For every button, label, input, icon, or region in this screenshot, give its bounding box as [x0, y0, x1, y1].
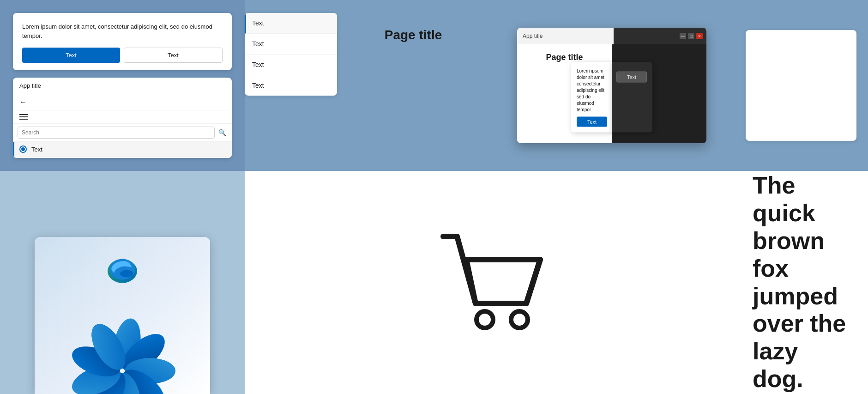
cell-top-right	[734, 0, 868, 171]
svg-point-14	[511, 311, 528, 328]
window-page-title: Page title	[546, 53, 583, 62]
hamburger-icon	[19, 114, 28, 120]
cell-top-left: Lorem ipsum dolor sit amet, consectetur …	[0, 0, 245, 171]
list-item-1[interactable]: Text	[245, 34, 337, 55]
nav-radio-active	[19, 145, 27, 153]
mini-primary-btn[interactable]: Text	[577, 117, 607, 127]
list-item-label-0: Text	[252, 19, 264, 27]
minimize-button[interactable]: —	[680, 33, 686, 39]
nav-item-label-0: Text	[31, 146, 42, 153]
split-dialog-overlay: Lorem ipsum dolor sit amet, consectetur …	[571, 62, 652, 133]
cell-bottom-right: The quick brown fox jumped over the lazy…	[734, 171, 868, 394]
dialog-buttons: Text Text	[22, 48, 223, 63]
shopping-cart-icon	[429, 223, 549, 343]
search-input[interactable]	[18, 127, 215, 139]
list-item-label-1: Text	[252, 40, 264, 48]
mini-dialog-dark: Text	[612, 62, 652, 133]
dialog-secondary-button[interactable]: Text	[124, 48, 223, 63]
page-content-area: Page title	[337, 0, 489, 171]
list-panel: Text Text Text Text	[245, 13, 337, 96]
cell-bottom-center	[245, 171, 734, 394]
cell-bottom-left	[0, 171, 245, 394]
list-item-3[interactable]: Text	[245, 75, 337, 96]
windows11-flower	[53, 306, 192, 394]
svg-point-2	[120, 270, 133, 278]
edge-icon	[104, 251, 141, 288]
titlebar-light: App title	[517, 28, 614, 44]
svg-point-13	[476, 311, 493, 328]
maximize-button[interactable]: □	[688, 33, 694, 39]
nav-panel: App title ← 🔍 Text Text	[13, 78, 232, 158]
page-title: Page title	[385, 28, 442, 42]
app-window: App title — □ × Page title	[517, 28, 706, 143]
big-text: The quick brown fox jumped over the lazy…	[753, 172, 850, 393]
dialog-box: Lorem ipsum dolor sit amet, consectetur …	[13, 13, 232, 70]
nav-back-row[interactable]: ←	[13, 94, 232, 110]
titlebar-dark: — □ ×	[614, 28, 706, 44]
mini-secondary-btn[interactable]: Text	[616, 72, 647, 83]
list-item-label-3: Text	[252, 82, 264, 89]
win11-screenshot	[35, 237, 210, 394]
mini-dialog-light: Lorem ipsum dolor sit amet, consectetur …	[571, 62, 612, 133]
dialog-text: Lorem ipsum dolor sit amet, consectetur …	[22, 22, 223, 40]
close-button[interactable]: ×	[696, 33, 703, 39]
nav-item-0[interactable]: Text	[13, 142, 232, 157]
cell-top-center-right: App title — □ × Page title	[489, 0, 734, 171]
nav-hamburger-row[interactable]	[13, 110, 232, 124]
nav-app-title: App title	[13, 78, 232, 94]
list-item-0[interactable]: Text	[245, 13, 337, 34]
back-arrow-icon: ←	[19, 98, 27, 106]
dialog-primary-button[interactable]: Text	[22, 48, 120, 63]
search-icon-button[interactable]: 🔍	[217, 128, 227, 137]
nav-item-1[interactable]: Text	[13, 157, 232, 158]
list-item-label-2: Text	[252, 61, 264, 68]
white-panel	[746, 30, 856, 141]
window-title-light: App title	[523, 33, 608, 39]
cell-top-center-left: Text Text Text Text Page title	[245, 0, 489, 171]
list-item-2[interactable]: Text	[245, 55, 337, 75]
mini-dialog-text-light: Lorem ipsum dolor sit amet, consectetur …	[577, 68, 607, 113]
nav-search-row: 🔍	[13, 124, 232, 142]
